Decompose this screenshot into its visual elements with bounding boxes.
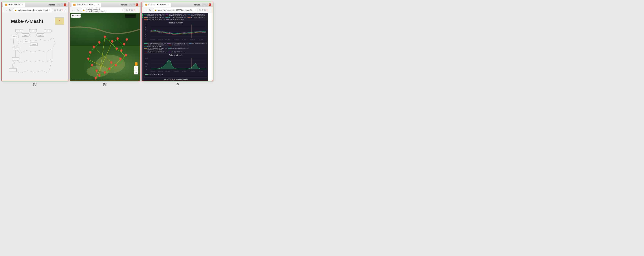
svg-text:38-3d-71: 38-3d-71 [38,35,42,36]
svg-text:8/31 00:00: 8/31 00:00 [158,39,163,40]
minimize-btn-c[interactable]: — [202,4,204,6]
svg-rect-62 [70,13,140,46]
maximize-btn-c[interactable]: □ [205,4,208,6]
minimize-btn-a[interactable]: — [57,4,60,6]
legend-item-2: 00-17-0d-00-00-38-3d-7d [188,14,205,15]
reload-btn-a[interactable]: ↻ [8,8,12,12]
svg-line-18 [52,43,55,48]
user-name-c: Thomas [192,4,200,6]
toolbar-icon-1c[interactable]: ⊙ [199,9,201,11]
svg-text:60-1e-af: 60-1e-af [31,30,35,32]
content-b: Map Satellite + − [70,13,140,81]
menu-icon-b[interactable]: ⋮ [136,9,138,11]
toolbar-icon-3a[interactable]: ⊗ [59,9,61,11]
svg-line-21 [20,60,26,63]
chart-soil-title: Soil Volumetric Water Content [145,78,206,80]
tab-close-c[interactable]: ✕ [167,4,169,6]
toolbar-icon-3c[interactable]: ⊗ [204,9,206,11]
chart-humidity-title: Relative Humidity [145,22,206,24]
toolbar-icon-1b[interactable]: ⊙ [126,9,128,11]
grafana-main-content: 00-17-0d-00-00-60-1e-af s3x: 00-17-0d-00… [143,13,208,81]
forward-btn-b[interactable]: › [74,8,76,12]
svg-line-15 [33,50,40,52]
caption-a: (a) [33,82,37,86]
window-controls-a: Thomas — □ ✕ [48,4,66,6]
status-dot-1 [142,14,143,15]
legend-row-1: 00-17-0d-00-00-60-1e-af s3x: 00-17-0d-00… [144,14,207,15]
tab-favicon-b [73,4,76,6]
legend-item-s7: s3x: 00-17-0d-00-00-60-1d-0f [144,48,164,49]
toolbar-icon-2b[interactable]: ⊕ [128,9,130,11]
svg-text:8/31 08:00: 8/31 08:00 [165,39,170,40]
node-group-5: 60-2a-4d [44,29,51,32]
svg-text:30-30-b0: 30-30-b0 [13,36,16,38]
legend-item-s8: 00-17-0d-00-00-60-25-ee [168,48,186,49]
svg-text:8/31 08:00: 8/31 08:00 [165,71,170,72]
url-box-b[interactable]: 🔒 makeamesh.eu-gb.mybluemix.net/map ☆ [81,8,125,12]
window-c-wrapper: Grafana - Bucks Lake ✕ Thomas — □ ✕ ‹ › … [142,2,213,86]
status-dot-2 [142,15,143,16]
svg-line-9 [40,40,48,41]
menu-icon-c[interactable]: ⋮ [209,9,211,11]
forward-btn-c[interactable]: › [146,8,148,12]
url-box-c[interactable]: 🔒 glaser.berkeley.edu:3000/dashboard/d..… [153,8,198,12]
legend-item-s10: s3x: 00-17-0d-00-00-60-2a-4d [144,51,164,52]
toolbar-icon-1a[interactable]: ⊙ [54,9,56,11]
node-group-11: 55-b9-60 [30,43,38,46]
grafana-left-bar [142,13,143,81]
svg-text:9/1 16:00: 9/1 16:00 [199,39,203,40]
menu-icon-a[interactable]: ⋮ [64,9,66,11]
tab-close-b[interactable]: ✕ [98,4,99,6]
back-btn-a[interactable]: ‹ [3,8,5,12]
forward-btn-a[interactable]: › [6,8,8,12]
node-group-1: 60-c4-e4 [16,29,23,32]
node-group-10: 30-29-3f [23,40,30,43]
svg-line-33 [35,70,42,72]
svg-text:%: % [147,30,148,31]
toolbar-icon-3b[interactable]: ⊗ [131,9,133,11]
svg-text:60-01-11: 60-01-11 [11,70,15,70]
chart-solar: Solar Irradiance [144,53,207,77]
opera-icon-c[interactable]: O [206,9,208,11]
close-btn-b[interactable]: ✕ [136,4,138,6]
reload-btn-c[interactable]: ↻ [149,8,152,12]
status-dot-3 [142,16,143,18]
minimize-btn-b[interactable]: — [129,4,132,6]
back-btn-b[interactable]: ‹ [72,8,73,12]
tab-close-a[interactable]: ✕ [22,4,23,6]
tab-b[interactable]: Make-A-Mesh! Map - 3G ✕ [72,3,101,7]
url-box-a[interactable]: 🔒 makeamesh.eu-gb.mybluemix.net ☆ [13,8,53,12]
svg-text:8/31 16:00: 8/31 16:00 [174,39,178,40]
reload-btn-b[interactable]: ↻ [77,8,80,12]
svg-line-24 [40,60,46,62]
tab-c[interactable]: Grafana - Bucks Lake ✕ [143,3,171,7]
opera-icon-b[interactable]: O [134,9,135,11]
close-btn-c[interactable]: ✕ [208,4,211,6]
title-bar-b: Make-A-Mesh! Map - 3G ✕ Thomas — □ ✕ [70,2,140,7]
map-svg: Map Satellite + − [70,13,140,81]
svg-text:9/1 00:00: 9/1 00:00 [182,39,186,40]
title-bar-c: Grafana - Bucks Lake ✕ Thomas — □ ✕ [142,2,213,7]
svg-line-8 [33,40,40,41]
toolbar-icon-2c[interactable]: ⊕ [202,9,203,11]
toolbar-icon-2a[interactable]: ⊕ [57,9,58,11]
svg-text:55-b9-60: 55-b9-60 [32,44,36,45]
tab-title-a: Make-A-Mesh! [8,4,20,6]
svg-text:Map: Map [72,15,76,17]
back-btn-c[interactable]: ‹ [143,8,145,12]
svg-text:60-1e-af: 60-1e-af [24,35,28,36]
legend-item-8: 00-17-0d-00-00-60-29-37 [188,17,205,18]
solar-legend-text: 00-17-0d-00-00-38-3d-7d [148,74,163,75]
svg-text:20: 20 [145,36,146,38]
svg-line-13 [20,50,26,53]
tab-a[interactable]: Make-A-Mesh! ✕ [3,3,25,7]
node-group-4: 38-3d-71 [37,34,44,36]
mesh-network-svg: Make-A-Mesh! [2,13,68,81]
maximize-btn-b[interactable]: □ [132,4,135,6]
close-btn-a[interactable]: ✕ [64,4,66,6]
node-group-7: 60-2a-4d [12,47,19,50]
svg-text:60-2a-4d: 60-2a-4d [46,30,50,32]
opera-icon-a[interactable]: O [62,9,64,11]
maximize-btn-a[interactable]: □ [60,4,63,6]
svg-text:−: − [136,71,137,74]
